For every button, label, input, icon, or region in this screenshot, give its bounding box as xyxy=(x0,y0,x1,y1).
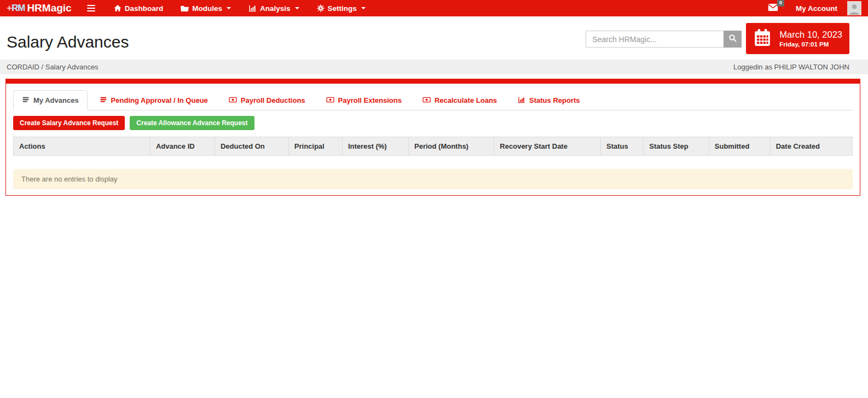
salary-advances-panel: My Advances Pending Approval / In Queue … xyxy=(5,79,860,196)
tab-pending-approval[interactable]: Pending Approval / In Queue xyxy=(91,90,217,110)
column-header-status: Status xyxy=(601,137,644,156)
column-header-period: Period (Months) xyxy=(409,137,494,156)
calendar-icon xyxy=(753,28,772,49)
tab-payroll-deductions[interactable]: Payroll Deductions xyxy=(220,90,314,110)
day-time-text: Friday, 07:01 PM xyxy=(779,41,842,48)
nav-item-settings[interactable]: Settings xyxy=(308,0,374,16)
column-header-principal: Principal xyxy=(288,137,342,156)
chevron-down-icon xyxy=(227,7,231,9)
page-title: Salary Advances xyxy=(7,33,129,51)
tab-label: Payroll Deductions xyxy=(241,96,305,104)
home-icon xyxy=(114,4,121,12)
column-header-actions: Actions xyxy=(14,137,151,156)
gear-icon xyxy=(317,4,325,12)
tab-payroll-extensions[interactable]: Payroll Extensions xyxy=(317,90,410,110)
column-header-date-created: Date Created xyxy=(770,137,852,156)
table-header-row: Actions Advance ID Deducted On Principal… xyxy=(14,137,853,156)
empty-state-message: There are no entries to display xyxy=(13,169,853,189)
page-header: Salary Advances March 10, 2023 Friday, 0… xyxy=(0,16,868,60)
bar-chart-icon xyxy=(518,96,525,105)
nav-item-label: Settings xyxy=(328,4,357,13)
advances-table: Actions Advance ID Deducted On Principal… xyxy=(13,137,853,156)
brand-name: HRMagic xyxy=(27,2,71,14)
search-group xyxy=(586,31,742,48)
create-allowance-advance-request-button[interactable]: Create Allowance Advance Request xyxy=(130,116,254,130)
tab-bar: My Advances Pending Approval / In Queue … xyxy=(13,90,853,110)
my-account-button[interactable]: My Account xyxy=(796,4,837,13)
nav-item-modules[interactable]: Modules xyxy=(172,0,240,16)
main-menu: Dashboard Modules Analysis Settings xyxy=(105,0,374,16)
tab-label: Recalculate Loans xyxy=(435,96,497,104)
tab-recalculate-loans[interactable]: Recalculate Loans xyxy=(414,90,506,110)
nav-item-dashboard[interactable]: Dashboard xyxy=(105,0,172,16)
search-button[interactable] xyxy=(724,31,742,48)
money-icon xyxy=(326,96,334,105)
breadcrumb: CORDAID / Salary Advances xyxy=(7,63,99,71)
tab-label: Payroll Extensions xyxy=(338,96,402,104)
action-buttons-row: Create Salary Advance Request Create All… xyxy=(13,116,853,130)
nav-item-analysis[interactable]: Analysis xyxy=(240,0,308,16)
tab-label: Pending Approval / In Queue xyxy=(111,96,208,104)
column-header-interest: Interest (%) xyxy=(342,137,408,156)
list-icon xyxy=(22,96,30,105)
date-time-widget[interactable]: March 10, 2023 Friday, 07:01 PM xyxy=(746,23,849,54)
search-icon xyxy=(728,34,737,44)
nav-item-label: Analysis xyxy=(260,4,291,13)
search-input[interactable] xyxy=(586,31,724,48)
tab-status-reports[interactable]: Status Reports xyxy=(509,90,588,110)
chevron-down-icon xyxy=(361,7,366,9)
column-header-advance-id: Advance ID xyxy=(150,137,215,156)
messages-button[interactable]: 0 xyxy=(768,3,778,13)
tab-label: My Advances xyxy=(33,96,79,104)
nav-item-label: Dashboard xyxy=(125,4,164,13)
column-header-submitted: Submitted xyxy=(709,137,770,156)
breadcrumb-bar: CORDAID / Salary Advances Loggedin as PH… xyxy=(0,60,868,74)
sidebar-toggle-hamburger-icon[interactable] xyxy=(87,5,95,12)
bar-chart-icon xyxy=(248,4,257,12)
hrmagic-logo-icon: +RM xyxy=(7,3,25,14)
chevron-down-icon xyxy=(295,7,299,9)
avatar[interactable] xyxy=(847,1,861,15)
column-header-recovery-start-date: Recovery Start Date xyxy=(494,137,601,156)
money-icon xyxy=(229,96,237,105)
date-text: March 10, 2023 xyxy=(779,30,842,40)
messages-count-badge: 0 xyxy=(777,0,784,7)
list-icon xyxy=(100,96,107,105)
column-header-deducted-on: Deducted On xyxy=(215,137,288,156)
brand[interactable]: +RM HRMagic xyxy=(7,2,72,14)
column-header-status-step: Status Step xyxy=(644,137,709,156)
tab-my-advances[interactable]: My Advances xyxy=(13,90,88,110)
top-navbar: +RM HRMagic Dashboard Modules Analysis xyxy=(0,0,868,16)
folder-icon xyxy=(181,5,189,12)
navbar-right: 0 My Account xyxy=(768,1,861,15)
create-salary-advance-request-button[interactable]: Create Salary Advance Request xyxy=(13,116,125,130)
tab-label: Status Reports xyxy=(529,96,580,104)
logged-in-as-text: Loggedin as PHILIP WALTON JOHN xyxy=(733,63,849,71)
nav-item-label: Modules xyxy=(192,4,222,13)
money-icon xyxy=(423,96,431,105)
